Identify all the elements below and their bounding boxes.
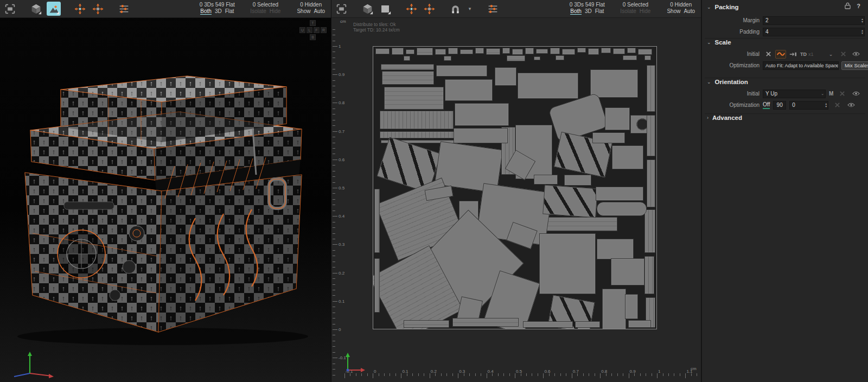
uv-island[interactable] (523, 321, 573, 328)
padding-input[interactable] (765, 28, 862, 36)
uv-island[interactable] (406, 49, 414, 54)
uv-island[interactable] (638, 49, 652, 55)
uv-island[interactable] (596, 187, 643, 201)
view-3d-button-uv[interactable] (360, 2, 374, 16)
view-right[interactable]: R (321, 27, 327, 33)
pack-selected-button-uv[interactable] (404, 2, 418, 16)
mode-isolate[interactable]: Isolate (250, 8, 266, 14)
orientation-opt-visibility-button[interactable] (846, 101, 857, 110)
uv-island[interactable] (605, 107, 630, 130)
uv-island[interactable] (452, 318, 519, 327)
uv-island[interactable] (475, 48, 484, 54)
help-icon[interactable]: ? (857, 3, 860, 9)
mode-show[interactable]: Show (667, 8, 680, 14)
uv-island[interactable] (507, 55, 525, 61)
orientation-visibility-button[interactable] (851, 90, 861, 98)
uv-island[interactable] (374, 189, 380, 253)
section-orientation[interactable]: ⌄ Orientation (702, 77, 868, 87)
uv-island[interactable] (602, 289, 626, 329)
uv-island[interactable] (445, 79, 493, 101)
uv-island[interactable] (542, 185, 598, 218)
uv-island[interactable] (647, 65, 655, 112)
view-left[interactable]: L (307, 27, 312, 33)
mode-auto[interactable]: Auto (684, 8, 695, 14)
uv-island[interactable] (448, 48, 458, 54)
uv-island[interactable] (380, 111, 454, 129)
orientation-clear-button[interactable] (837, 90, 847, 98)
snap-magnet-button[interactable] (448, 2, 462, 16)
uv-island[interactable] (455, 103, 509, 126)
scale-wave-button[interactable] (775, 50, 786, 59)
scale-arrow-button[interactable] (788, 50, 799, 59)
uv-island[interactable] (628, 320, 651, 328)
view-textured-button[interactable] (47, 2, 61, 16)
uv-island[interactable] (436, 65, 487, 77)
uv-island[interactable] (550, 48, 560, 54)
orientation-off-toggle[interactable]: Off (763, 101, 770, 109)
section-advanced[interactable]: › Advanced (702, 112, 868, 123)
uv-island[interactable] (575, 321, 600, 328)
uv-island[interactable] (644, 55, 651, 60)
mode-hide[interactable]: Hide (640, 8, 651, 14)
pack-selected-button[interactable] (73, 2, 87, 16)
view-front[interactable]: F (314, 27, 320, 33)
uv-island[interactable] (612, 145, 643, 169)
mode-3d[interactable]: 3D (215, 8, 222, 14)
uv-island[interactable] (547, 217, 617, 231)
frame-view-button-uv[interactable] (334, 2, 348, 16)
uv-island[interactable] (611, 258, 644, 285)
mode-both[interactable]: Both (570, 8, 582, 15)
orientation-angle-box[interactable]: 90 (773, 101, 786, 110)
uv-island[interactable] (597, 239, 634, 259)
uv-island[interactable] (374, 258, 380, 313)
uv-island[interactable] (644, 209, 655, 253)
margin-spinner[interactable]: ▴▾ (861, 17, 863, 24)
mode-auto[interactable]: Auto (314, 8, 325, 14)
scale-td-button[interactable]: TD (800, 52, 807, 57)
mode-isolate[interactable]: Isolate (620, 8, 636, 14)
uv-island[interactable] (577, 48, 586, 53)
uv-island[interactable] (454, 128, 508, 143)
snap-options-dropdown[interactable]: ▾ (466, 2, 474, 16)
orientation-initial-select[interactable]: Y Up ⌄ (763, 90, 826, 98)
uv-island[interactable] (601, 48, 611, 53)
scale-clear-button[interactable] (838, 50, 849, 59)
orientation-opt-clear-button[interactable] (832, 101, 843, 110)
uv-island[interactable] (404, 320, 449, 328)
orientation-spinner[interactable]: ▴▾ (825, 101, 827, 109)
uv-island[interactable] (512, 49, 523, 55)
view-bottom[interactable]: B (310, 34, 316, 40)
scale-dropdown[interactable]: ⌄ (826, 50, 837, 59)
mode-both[interactable]: Both (200, 8, 212, 15)
uv-island[interactable] (625, 294, 638, 319)
uv-island[interactable] (590, 69, 638, 98)
mix-scales-button[interactable]: Mix Scales (841, 61, 868, 70)
uv-island[interactable] (564, 175, 591, 186)
uv-island[interactable] (534, 175, 558, 184)
pack-all-button[interactable] (91, 2, 105, 16)
lock-icon[interactable] (845, 2, 851, 9)
view-u[interactable]: U (299, 27, 305, 33)
mode-flat[interactable]: Flat (225, 8, 234, 14)
orientation-m-button[interactable]: M (829, 91, 833, 97)
uv-island[interactable] (502, 48, 510, 54)
uv-island[interactable] (536, 49, 548, 54)
viewport-3d[interactable]: ↑ ↑ ↑ ↑ (0, 0, 331, 382)
uv-island[interactable] (556, 55, 564, 60)
view-top[interactable]: T (310, 20, 316, 26)
mode-flat[interactable]: Flat (595, 8, 604, 14)
mode-3d[interactable]: 3D (585, 8, 592, 14)
uv-island[interactable] (539, 233, 596, 294)
scale-reset-button[interactable] (763, 50, 774, 59)
orientation-value-input[interactable] (792, 101, 826, 109)
padding-spinner[interactable]: ▴▾ (861, 28, 863, 36)
uv-island[interactable] (417, 48, 433, 55)
margin-input[interactable] (765, 17, 862, 24)
uv-island[interactable] (647, 115, 655, 156)
uv-island[interactable] (623, 55, 637, 60)
settings-sliders-button[interactable] (117, 2, 131, 16)
section-scale[interactable]: ⌄ Scale (702, 37, 868, 48)
view-flat-button-uv[interactable] (378, 2, 392, 16)
uv-island[interactable] (382, 71, 434, 85)
uv-island[interactable] (381, 64, 434, 70)
